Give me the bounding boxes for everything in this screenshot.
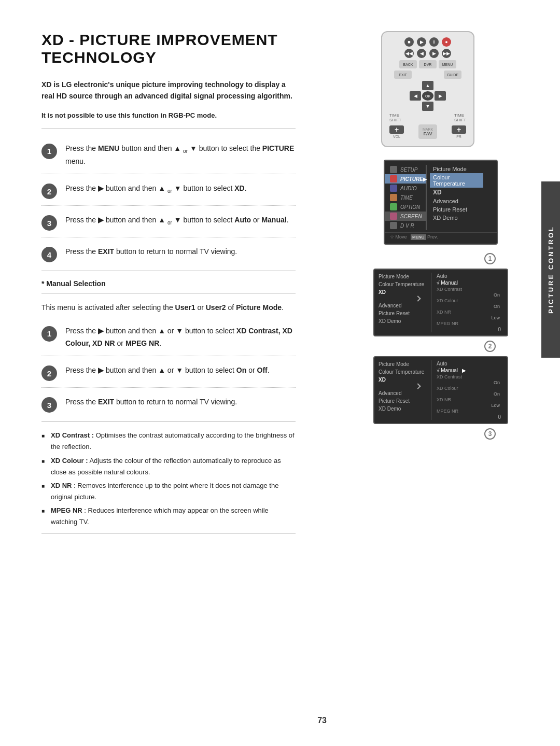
divider-after-steps [41,271,296,271]
mri-advanced: Advanced [430,197,483,205]
menu-row-setup: SETUP [385,165,426,174]
xd3-nr-val: Low [435,403,504,408]
menu-left-panel-2: Picture Mode Colour Temperature XD Advan… [374,273,431,332]
manual-section-intro: This menu is activated after selecting t… [41,302,296,313]
ms-step-3-block: 3 Press the EXIT button to return to nor… [41,391,296,416]
setup-icon [390,166,397,173]
page-title: XD - PICTURE IMPROVEMENT TECHNOLOGY [41,31,296,66]
ms-step-1-block: 1 Press the ▶ button and then ▲ or ▼ but… [41,320,296,353]
mrr-xd-contrast-label: XD Contrast [435,286,504,292]
dpad-down[interactable]: ▼ [422,102,433,111]
divider-ms1 [41,356,296,356]
mlr3-xd-demo: XD Demo [374,405,431,413]
ok-btn[interactable]: OK [422,91,433,101]
guide-btn[interactable]: GUIDE [444,71,461,79]
dpad-right[interactable]: ▶ [435,91,446,101]
mri-picture-mode: Picture Mode [430,165,483,173]
ms-step-2-text: Press the ▶ button and then ▲ or ▼ butto… [65,364,296,377]
mpeg3-nr-val: 0 [435,414,504,420]
step-4-circle: 4 [41,247,57,262]
step-1-text: Press the MENU button and then ▲ or ▼ bu… [65,143,296,168]
step-2-block: 2 Press the ▶ button and then ▲ or ▼ but… [41,177,296,202]
divider-2 [41,205,296,206]
vol-plus-btn[interactable]: + [389,125,404,134]
page-container: XD - PICTURE IMPROVEMENT TECHNOLOGY XD i… [0,0,560,746]
timeshift-right-label: TIMESHIFT [454,113,466,122]
option-label: OPTION [400,204,421,210]
record-btn[interactable]: ● [442,37,451,47]
menu-row-picture: PICTURE▶ [385,174,426,184]
menu-row-dvr: D V R [385,221,426,230]
pr-plus-btn[interactable]: + [452,125,466,134]
back-btn[interactable]: BACK [399,60,417,68]
audio-label: AUDIO [400,186,421,191]
bullet-xd-contrast: XD Contrast : Optimises the contrast aut… [41,430,296,453]
bullet-list: XD Contrast : Optimises the contrast aut… [41,430,296,528]
mlr-xd: XD [374,288,431,296]
stop-btn[interactable]: ■ [404,37,414,47]
mrr3-auto: Auto [435,360,504,367]
bullet-xd-colour: XD Colour : Adjusts the colour of the re… [41,455,296,478]
divider-1 [41,174,296,174]
mrr3-mpeg-nr-label: MPEG NR [435,408,504,414]
mrr3-xd-colour-label: XD Colour [435,385,504,391]
screen-label: SCREEN [400,214,422,219]
mrr-xd-nr-label: XD NR [435,309,504,315]
pause-btn[interactable]: II [429,37,439,47]
option-icon [390,203,397,210]
step-1-block: 1 Press the MENU button and then ▲ or ▼ … [41,137,296,171]
remote-exit-guide-row: EXIT GUIDE [386,71,469,79]
mrr3-xd-nr-label: XD NR [435,397,504,403]
next-btn[interactable]: ▶▶ [442,49,451,58]
fav-btn[interactable]: MARK FAV [418,124,437,139]
step-3-text: Press the ▶ button and then ▲ or ▼ butto… [65,214,296,227]
time-icon [390,194,397,201]
mrr3-manual: √ Manual ▶ [435,367,504,374]
remote-control: ■ ▶ II ● ◀◀ ◀ ▶ ▶▶ BACK DVR MENU [381,31,474,147]
dpad-left[interactable]: ◀ [410,91,421,101]
picture-label: PICTURE [400,176,423,182]
mlr-picture-reset: Picture Reset [374,309,431,317]
dpad-up[interactable]: ▲ [422,81,433,90]
mlr3-colour-temp: Colour Temperature [374,368,431,376]
step-3-block: 3 Press the ▶ button and then ▲ or ▼ but… [41,209,296,234]
divider-top [41,129,296,129]
prev-btn[interactable]: ◀◀ [404,49,414,58]
exit-btn[interactable]: EXIT [394,71,412,79]
mri-picture-reset: Picture Reset [430,205,483,214]
menu-bottom-bar: ☆ Move MENU Prev. [385,232,497,240]
manual-selection-header: * Manual Selection [41,279,296,288]
menu-right-col-1: Picture Mode Colour Temperature XD Advan… [426,165,483,230]
xd-nr-val: Low [435,315,504,320]
remote-container: ■ ▶ II ● ◀◀ ◀ ▶ ▶▶ BACK DVR MENU [376,31,480,147]
ms-step-1-circle: 1 [41,326,57,342]
rew-btn[interactable]: ◀ [417,49,426,58]
audio-icon [390,185,397,192]
step-2-text: Press the ▶ button and then ▲ or ▼ butto… [65,182,296,195]
pr-label: PR [456,135,461,138]
dvr-btn[interactable]: DVR [419,60,437,68]
mlr-advanced: Advanced [374,302,431,309]
mrr3-xd-contrast-label: XD Contrast [435,374,504,380]
mlr-picture-mode: Picture Mode [374,273,431,280]
circle-1: 1 [484,253,496,264]
mlr3-xd: XD [374,376,431,384]
play-btn[interactable]: ▶ [417,37,426,47]
vol-label: VOL [393,135,400,138]
menu-btn[interactable]: MENU [439,60,456,68]
dvr-icon [390,222,397,229]
step-4-block: 4 Press the EXIT button to return to nor… [41,241,296,265]
mrr-auto: Auto [435,273,504,279]
intro-text: XD is LG electronic's unique picture imp… [41,79,296,102]
mlr-colour-temp: Colour Temperature [374,280,431,288]
vol-block: + VOL [389,125,404,138]
sidebar-label: PICTURE CONTROL [547,226,555,314]
mrr-manual: √ Manual [435,279,504,286]
dvr-label: D V R [400,223,421,229]
remote-row-2: ◀◀ ◀ ▶ ▶▶ [386,49,469,58]
mlr3-picture-mode: Picture Mode [374,360,431,368]
right-column: ■ ▶ II ● ◀◀ ◀ ▶ ▶▶ BACK DVR MENU [332,0,529,746]
fwd-btn[interactable]: ▶ [429,49,439,58]
step-1-circle: 1 [41,144,57,159]
pr-block: + PR [452,125,466,138]
